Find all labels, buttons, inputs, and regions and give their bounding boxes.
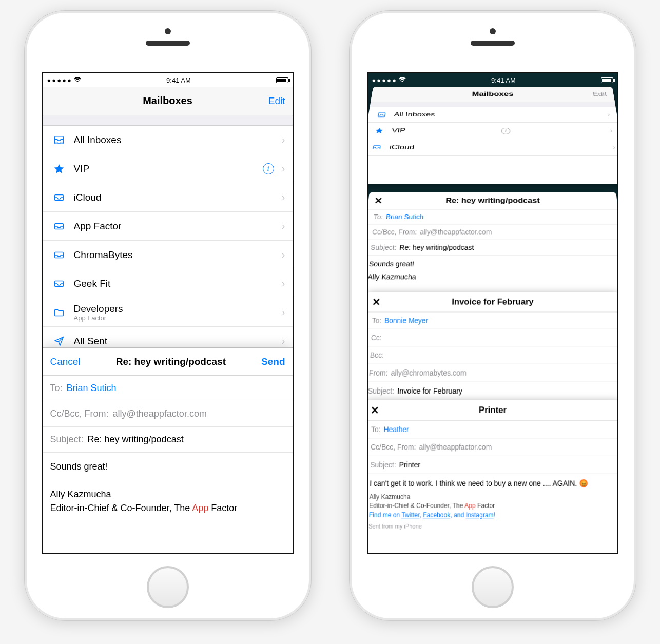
to-field[interactable]: To:Brian Sutich [367,209,618,224]
chevron-right-icon: › [282,306,285,318]
to-label: To: [50,383,63,394]
to-value: Brian Sutich [67,383,117,394]
mailbox-row-all-inboxes[interactable]: All Inboxes › [367,107,618,122]
signal-dots: ●●●●● [47,76,82,84]
mailbox-row-all-inboxes[interactable]: All Inboxes › [43,126,293,154]
ccbcc-from-label: Cc/Bcc, From: [50,408,109,419]
mailbox-row-icloud[interactable]: iCloud › [367,139,618,156]
draft-title: Printer [478,405,506,416]
to-field[interactable]: To: Brian Sutich [43,376,293,401]
facebook-link[interactable]: Facebook [423,511,450,519]
mailbox-label: VIP [391,127,406,134]
screen-right: ●●●●● 9:41 AM Mailboxes Edit All Inboxes… [367,72,618,554]
tray-icon [51,192,67,203]
mailbox-row-vip[interactable]: VIP i › [43,154,293,183]
mailbox-label: ChromaBytes [74,249,133,261]
mailbox-row-vip[interactable]: VIP i› [367,123,618,139]
home-button[interactable] [147,566,189,608]
twitter-link[interactable]: Twitter [401,511,419,519]
svg-rect-5 [378,112,385,116]
subject-field[interactable]: Subject:Printer [367,456,618,474]
status-time: 9:41 AM [491,76,516,84]
stack-card-draft-1[interactable]: ✕ Re: hey writing/podcast To:Brian Sutic… [367,192,618,301]
subject-field[interactable]: Subject:Re: hey writing/podcast [367,240,618,256]
edit-button[interactable]: Edit [268,95,285,107]
chevron-right-icon: › [607,111,611,118]
ccbcc-from-field[interactable]: Cc/Bcc, From:ally@theappfactor.com [367,438,618,456]
nav-bar: Mailboxes Edit [43,87,293,115]
to-field[interactable]: To:Heather [367,421,618,438]
tray-icon [51,221,67,232]
nav-title: Mailboxes [143,95,192,107]
chevron-right-icon: › [612,143,616,151]
home-button[interactable] [472,566,514,608]
draft-header: ✕ Invoice for February [367,292,618,312]
status-bar: ●●●●● 9:41 AM [43,73,293,87]
subject-label: Subject: [50,434,84,445]
close-icon[interactable]: ✕ [372,296,381,308]
mailbox-row-geek-fit[interactable]: Geek Fit › [43,269,293,298]
subject-field[interactable]: Subject: Re: hey writing/podcast [43,427,293,453]
close-icon[interactable]: ✕ [370,404,379,417]
speaker-slot [146,41,190,46]
draft-stack: Mailboxes Edit All Inboxes › VIP i› iClo… [368,87,617,553]
star-icon [372,127,386,134]
body-line: Sounds great! [50,460,285,474]
compose-body[interactable]: Sounds great! Ally Kazmucha Editor-in-Ch… [43,453,293,522]
chevron-right-icon: › [282,278,285,289]
paper-plane-icon [51,336,67,347]
mailbox-row-app-factor[interactable]: App Factor › [43,212,293,241]
chevron-right-icon: › [282,163,285,174]
draft-header: ✕ Printer [367,400,618,421]
chevron-right-icon: › [282,191,285,203]
tray-icon [369,144,383,151]
instagram-link[interactable]: Instagram [465,511,493,519]
status-bar: ●●●●● 9:41 AM [368,73,617,87]
bcc-field[interactable]: Bcc: [367,346,618,364]
subject-field[interactable]: Subject:Invoice for February [367,382,618,401]
draft-body: Sounds great! Ally Kazmucha [367,256,618,286]
mailbox-label: Geek Fit [74,278,111,289]
cc-field[interactable]: Cc: [367,329,618,347]
info-icon[interactable]: i [263,163,274,174]
signature-title: Editor-in-Chief & Co-Founder, The App Fa… [50,501,285,515]
stack-card-mailboxes[interactable]: Mailboxes Edit All Inboxes › VIP i› iClo… [367,87,618,184]
tray-icon [51,278,67,289]
phone-right: ●●●●● 9:41 AM Mailboxes Edit All Inboxes… [349,10,636,621]
info-icon[interactable]: i [501,127,510,134]
mailbox-row-icloud[interactable]: iCloud › [43,183,293,212]
emoji-angry: 😡 [578,479,587,487]
cancel-button[interactable]: Cancel [50,356,81,367]
sensor-bar [25,11,311,72]
draft-body: I can't get it to work. I think we need … [367,474,618,535]
front-camera [165,28,171,34]
mailbox-label: All Sent [74,336,107,347]
compose-header: Cancel Re: hey writing/podcast Send [43,348,293,376]
send-button[interactable]: Send [261,356,285,367]
mailbox-list: All Inboxes › VIP i › iCloud › App Facto… [43,126,293,356]
chevron-right-icon: › [282,335,285,347]
mailbox-row-chromabytes[interactable]: ChromaBytes › [43,241,293,269]
chevron-right-icon: › [282,220,285,232]
mailbox-label: iCloud [74,192,102,203]
stack-card-draft-3[interactable]: ✕ Printer To:Heather Cc/Bcc, From:ally@t… [367,400,618,554]
wifi-icon [399,77,406,83]
mailbox-label: iCloud [389,143,414,151]
draft-title: Invoice for February [452,297,534,307]
ccbcc-from-field[interactable]: Cc/Bcc, From: ally@theappfactor.com [43,401,293,427]
close-icon[interactable]: ✕ [374,195,383,206]
from-field[interactable]: From:ally@chromabytes.com [367,364,618,382]
mailbox-label: All Inboxes [74,134,122,146]
compose-draft-card[interactable]: Cancel Re: hey writing/podcast Send To: … [43,347,293,553]
draft-title: Re: hey writing/podcast [445,196,539,205]
ccbcc-from-field[interactable]: Cc/Bcc, From:ally@theappfactor.com [367,225,618,240]
to-field[interactable]: To:Bonnie Meyer [367,312,618,329]
mailbox-row-developers[interactable]: DevelopersApp Factor › [43,298,293,327]
edit-button[interactable]: Edit [592,91,607,97]
chevron-right-icon: › [609,127,613,134]
screen-left: ●●●●● 9:41 AM Mailboxes Edit All Inboxes… [42,72,294,554]
wifi-icon [74,77,81,83]
svg-rect-0 [54,136,63,144]
speaker-slot [471,41,515,46]
battery-icon [276,77,288,83]
